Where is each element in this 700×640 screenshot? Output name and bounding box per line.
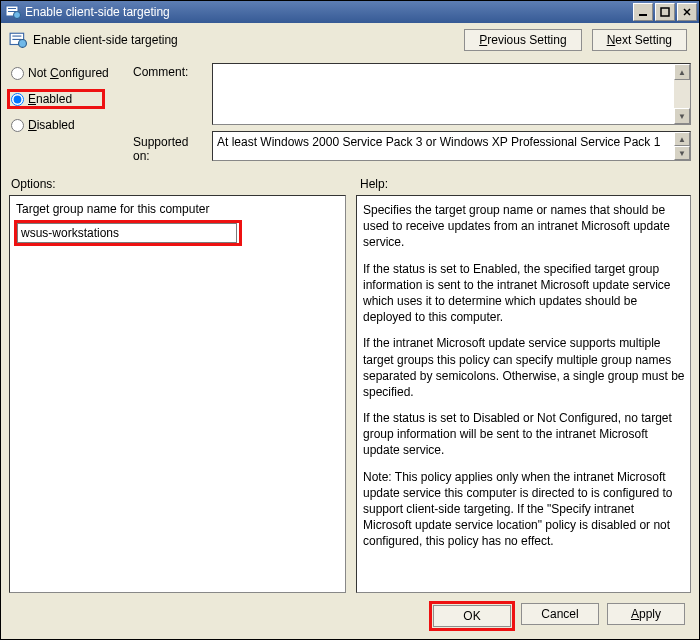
dialog-buttons: OK Cancel Apply [9, 593, 691, 631]
policy-icon [5, 4, 21, 20]
scroll-up-icon[interactable]: ▲ [674, 64, 690, 80]
supported-text: At least Windows 2000 Service Pack 3 or … [212, 131, 691, 161]
titlebar: Enable client-side targeting [1, 1, 699, 23]
cancel-button[interactable]: Cancel [521, 603, 599, 625]
window-buttons [631, 3, 697, 21]
window: Enable client-side targeting Enable clie… [0, 0, 700, 640]
scroll-down-icon[interactable]: ▼ [674, 108, 690, 124]
target-group-label: Target group name for this computer [16, 202, 339, 216]
radio-not-configured[interactable]: Not Configured [9, 65, 129, 81]
svg-point-11 [19, 39, 27, 47]
scroll-down-icon[interactable]: ▼ [674, 146, 690, 160]
comment-label: Comment: [133, 63, 208, 79]
comment-textarea[interactable]: ▲ ▼ [212, 63, 691, 125]
scroll-up-icon[interactable]: ▲ [674, 132, 690, 146]
radio-enabled-input[interactable] [11, 93, 24, 106]
minimize-button[interactable] [633, 3, 653, 21]
scrollbar[interactable]: ▲ ▼ [674, 132, 690, 160]
help-text: Specifies the target group name or names… [363, 202, 686, 251]
options-pane: Target group name for this computer [9, 195, 346, 593]
state-radios: Not Configured Enabled Disabled [9, 63, 129, 133]
header-row: Enable client-side targeting Previous Se… [9, 29, 691, 51]
target-group-input[interactable] [17, 223, 237, 243]
next-setting-button[interactable]: Next Setting [592, 29, 687, 51]
ok-button[interactable]: OK [433, 605, 511, 627]
apply-button[interactable]: Apply [607, 603, 685, 625]
options-label: Options: [11, 177, 350, 191]
supported-value: At least Windows 2000 Service Pack 3 or … [217, 135, 660, 149]
radio-enabled[interactable]: Enabled [9, 91, 103, 107]
close-button[interactable] [677, 3, 697, 21]
radio-disabled-input[interactable] [11, 119, 24, 132]
help-label: Help: [350, 177, 689, 191]
help-text: Note: This policy applies only when the … [363, 469, 686, 550]
svg-rect-4 [639, 14, 647, 16]
policy-icon [9, 31, 27, 49]
supported-label: Supported on: [133, 125, 208, 163]
radio-disabled[interactable]: Disabled [9, 117, 129, 133]
help-text: If the status is set to Disabled or Not … [363, 410, 686, 459]
help-text: If the status is set to Enabled, the spe… [363, 261, 686, 326]
radio-not-configured-input[interactable] [11, 67, 24, 80]
policy-name: Enable client-side targeting [33, 33, 464, 47]
svg-rect-9 [12, 36, 21, 37]
svg-point-3 [14, 12, 21, 19]
maximize-button[interactable] [655, 3, 675, 21]
help-text: If the intranet Microsoft update service… [363, 335, 686, 400]
help-pane: Specifies the target group name or names… [356, 195, 691, 593]
scrollbar[interactable]: ▲ ▼ [674, 64, 690, 124]
window-title: Enable client-side targeting [25, 5, 631, 19]
svg-rect-5 [661, 8, 669, 16]
svg-rect-1 [8, 8, 16, 9]
previous-setting-button[interactable]: Previous Setting [464, 29, 581, 51]
